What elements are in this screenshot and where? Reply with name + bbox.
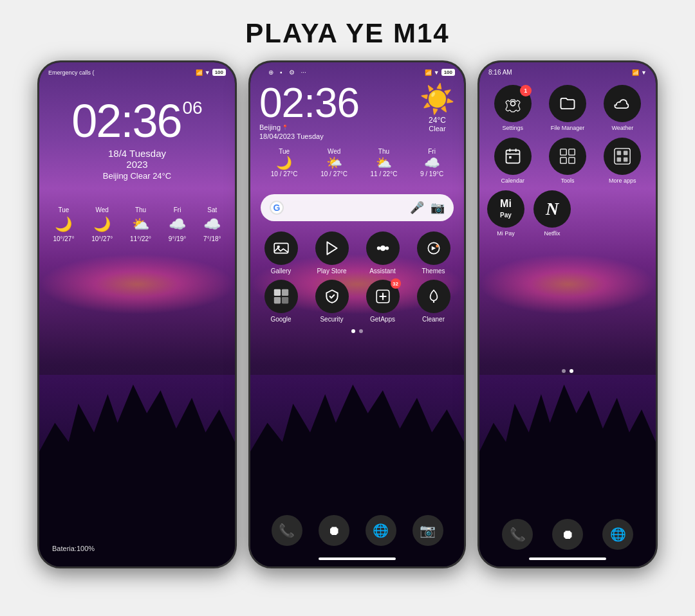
gallery-label: Gallery xyxy=(271,267,292,275)
dock-chrome-center[interactable]: 🌐 xyxy=(366,515,396,546)
weather-desc-center: Clear xyxy=(429,125,445,132)
wifi-icon-r: ▼ xyxy=(641,69,647,76)
app-netflix[interactable]: N Netflix xyxy=(533,190,571,237)
signal-icon-c: 📶 xyxy=(425,69,432,76)
assistant-label: Assistant xyxy=(369,267,396,275)
top-icon-1: ⊕ xyxy=(268,69,273,76)
svg-rect-10 xyxy=(281,297,288,303)
app-grid-row3-right: MiPay Mi Pay N Netflix xyxy=(479,184,656,237)
date-line2-left: 2023 xyxy=(39,159,235,170)
wifi-icon-c: ▼ xyxy=(434,69,440,76)
app-grid-row2-right: Calendar Tools xyxy=(479,138,656,184)
svg-point-6 xyxy=(436,245,438,248)
app-playstore[interactable]: Play Store xyxy=(308,231,356,275)
dock-camera-center[interactable]: 📷 xyxy=(412,515,443,546)
home-bar-center xyxy=(319,557,396,560)
clock-left-side: 02:36 Beijing 📍 18/04/2023 Tuesday xyxy=(259,82,359,140)
temp-center: 24°C xyxy=(429,116,446,125)
cleaner-label: Cleaner xyxy=(422,316,445,323)
svg-rect-19 xyxy=(569,149,575,155)
dot-2-center xyxy=(359,329,363,333)
weather-info-left: 18/4 Tuesday 2023 Beijing Clear 24°C xyxy=(39,148,235,181)
battery-center: 100 xyxy=(441,69,455,76)
filemanager-icon xyxy=(549,85,586,122)
forecast-c-wed: Wed 🌤️ 10 / 27°C xyxy=(320,148,348,177)
dock-phone-right[interactable]: 📞 xyxy=(502,519,533,550)
dock-voicemail-right[interactable]: ⏺ xyxy=(552,519,583,550)
battery-left: 100 xyxy=(212,69,226,76)
app-themes[interactable]: Themes xyxy=(409,231,458,275)
app-security[interactable]: Security xyxy=(308,280,356,323)
svg-rect-7 xyxy=(273,289,280,296)
dot-1-right xyxy=(562,369,566,373)
bottom-dock-right: 📞 ⏺ 🌐 xyxy=(479,512,656,552)
themes-icon xyxy=(417,231,450,265)
google-logo: G xyxy=(270,201,284,215)
svg-rect-22 xyxy=(615,149,630,164)
svg-rect-8 xyxy=(281,289,288,296)
app-google[interactable]: Google xyxy=(257,280,305,323)
mipay-icon: MiPay xyxy=(487,190,524,228)
home-bar-right xyxy=(529,557,606,560)
app-mipay[interactable]: MiPay Mi Pay xyxy=(487,190,524,237)
svg-rect-23 xyxy=(617,151,622,156)
app-grid-row1-right: 1 Settings File Manager xyxy=(479,85,656,131)
signal-icon: 📶 xyxy=(196,69,203,76)
app-getapps[interactable]: 32 GetApps xyxy=(358,280,407,323)
clock-section-left: 02:36 06 18/4 Tuesday 2023 Beijing Clear… xyxy=(39,98,235,181)
settings-icon: 1 xyxy=(494,85,532,122)
app-gallery[interactable]: Gallery xyxy=(257,231,305,275)
themes-label: Themes xyxy=(422,267,445,275)
app-cleaner[interactable]: Cleaner xyxy=(409,280,458,323)
date-center: 18/04/2023 Tuesday xyxy=(259,132,359,140)
top-icon-3: ⚙ xyxy=(289,69,295,76)
app-tools[interactable]: Tools xyxy=(542,138,593,184)
svg-rect-20 xyxy=(561,158,566,163)
phone-right-content: 8:16 AM 📶 ▼ 1 Settings xyxy=(479,62,656,566)
status-bar-left: Emergency calls ( 📶 ▼ 100 xyxy=(39,62,235,78)
date-line1-left: 18/4 Tuesday xyxy=(39,148,235,159)
svg-rect-25 xyxy=(617,158,622,162)
app-moreapps[interactable]: More apps xyxy=(597,138,648,184)
svg-rect-13 xyxy=(506,150,519,163)
app-settings[interactable]: 1 Settings xyxy=(487,85,538,131)
forecast-tue: Tue 🌙 10°/27° xyxy=(53,206,74,242)
svg-point-3 xyxy=(376,246,380,249)
mipay-label: Mi Pay xyxy=(497,230,515,237)
clock-seconds-left: 06 xyxy=(183,98,203,118)
svg-rect-21 xyxy=(569,158,575,163)
forecast-c-tue: Tue 🌙 10 / 27°C xyxy=(271,148,298,177)
settings-label: Settings xyxy=(502,125,523,131)
clock-weather-center: 02:36 Beijing 📍 18/04/2023 Tuesday ☀️ 24… xyxy=(250,78,464,140)
svg-rect-17 xyxy=(509,156,512,159)
search-bar[interactable]: G 🎤 📷 xyxy=(261,194,454,221)
google-icon xyxy=(264,280,298,313)
svg-rect-0 xyxy=(274,243,288,253)
dock-chrome-right[interactable]: 🌐 xyxy=(602,519,633,550)
forecast-thu: Thu ⛅ 11°/22° xyxy=(130,206,151,242)
phone-center-content: ⊕ ▪ ⚙ ··· 📶 ▼ 100 02:36 Beijing xyxy=(250,62,464,566)
phones-container: Emergency calls ( 📶 ▼ 100 02:36 06 18/4 … xyxy=(0,60,695,568)
getapps-icon: 32 xyxy=(366,280,400,313)
gallery-icon xyxy=(264,231,298,265)
status-bar-right: 8:16 AM 📶 ▼ xyxy=(479,62,656,78)
status-bar-center: ⊕ ▪ ⚙ ··· 📶 ▼ 100 xyxy=(250,62,464,78)
tools-label: Tools xyxy=(561,177,574,184)
moreapps-icon xyxy=(604,138,641,175)
center-top-icons: ⊕ ▪ ⚙ ··· xyxy=(259,69,315,76)
forecast-wed: Wed 🌙 10°/27° xyxy=(91,206,113,242)
lens-icon[interactable]: 📷 xyxy=(431,201,445,215)
time-right: 8:16 AM xyxy=(488,69,512,76)
dock-phone-center[interactable]: 📞 xyxy=(272,515,302,546)
microphone-icon[interactable]: 🎤 xyxy=(410,201,424,215)
status-icons-right: 📶 ▼ xyxy=(632,69,647,76)
svg-rect-9 xyxy=(273,297,280,303)
google-label: Google xyxy=(270,316,291,323)
top-icon-4: ··· xyxy=(301,69,306,76)
app-calendar[interactable]: Calendar xyxy=(487,138,538,184)
app-assistant[interactable]: Assistant xyxy=(358,231,407,275)
dock-voicemail-center[interactable]: ⏺ xyxy=(319,515,349,546)
app-weather[interactable]: Weather xyxy=(597,85,648,131)
app-filemanager[interactable]: File Manager xyxy=(542,85,593,131)
forecast-left: Tue 🌙 10°/27° Wed 🌙 10°/27° Thu ⛅ 11°/22… xyxy=(39,206,235,242)
